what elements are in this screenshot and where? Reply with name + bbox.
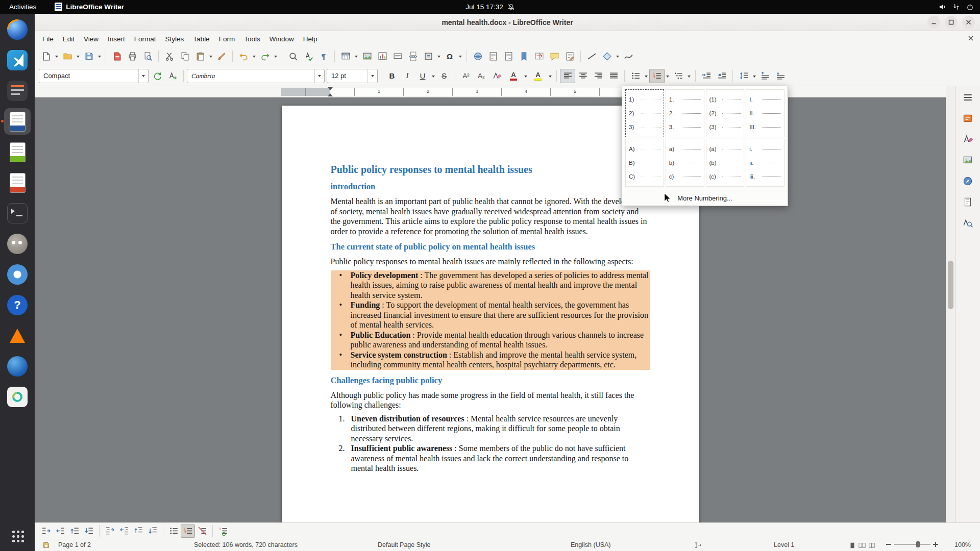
outline-list-button[interactable] (671, 69, 686, 83)
save-button[interactable] (81, 49, 96, 63)
menu-edit[interactable]: Edit (58, 33, 79, 45)
dock-show-applications[interactable] (4, 522, 31, 549)
insert-line-button[interactable] (584, 49, 599, 63)
activities-button[interactable]: Activities (0, 0, 45, 14)
insert-chart-button[interactable] (375, 49, 390, 63)
zoom-slider-thumb[interactable] (916, 541, 920, 547)
clone-formatting-button[interactable] (214, 49, 229, 63)
sidebar-styles-icon[interactable] (960, 132, 975, 147)
numbering-option-alpha-lower-paren[interactable]: a) b) c) (666, 139, 704, 187)
move-down-button[interactable] (82, 524, 96, 538)
numbering-option-arabic-paren[interactable]: 1) 2) 3) (625, 89, 664, 137)
ordered-list-dropdown[interactable] (665, 69, 671, 83)
menu-format[interactable]: Format (130, 33, 161, 45)
strikethrough-button[interactable]: S (436, 69, 452, 83)
print-button[interactable] (125, 49, 140, 63)
italic-button[interactable]: I (400, 69, 415, 83)
superscript-button[interactable]: A² (458, 69, 474, 83)
align-center-button[interactable] (575, 69, 591, 83)
unordered-list-toggle[interactable] (166, 524, 181, 538)
menu-insert[interactable]: Insert (103, 33, 130, 45)
insert-comment-button[interactable] (547, 49, 562, 63)
menu-tools[interactable]: Tools (239, 33, 265, 45)
formatting-marks-button[interactable]: ¶ (316, 49, 331, 63)
numbering-option-roman-lower[interactable]: i. ii. iii. (746, 139, 785, 187)
promote-with-subpoints-button[interactable] (117, 524, 131, 538)
increase-indent-button[interactable] (699, 69, 714, 83)
print-preview-button[interactable] (140, 49, 155, 63)
document-title[interactable]: Public policy responses to mental health… (331, 163, 650, 176)
dock-vlc-icon[interactable] (4, 322, 31, 349)
numbered-list[interactable]: 1. Uneven distribution of resources : Me… (331, 414, 650, 473)
new-style-button[interactable] (165, 69, 180, 83)
dock-terminal-icon[interactable] (4, 200, 31, 227)
insert-textbox-button[interactable] (390, 49, 405, 63)
copy-button[interactable] (177, 49, 192, 63)
list-item[interactable]: 2. Insufficient public awareness : Some … (331, 443, 650, 473)
insert-field-dropdown[interactable] (436, 49, 442, 63)
dock-app-center-icon[interactable] (4, 384, 31, 410)
font-color-dropdown[interactable] (523, 69, 529, 83)
list-item[interactable]: Service system construction : Establish … (331, 350, 650, 370)
font-color-button[interactable]: A (504, 69, 523, 83)
insert-footnote-button[interactable] (485, 49, 501, 63)
line-spacing-dropdown[interactable] (751, 69, 757, 83)
special-character-dropdown[interactable] (457, 49, 463, 63)
find-replace-button[interactable] (285, 49, 301, 63)
update-style-button[interactable] (150, 69, 165, 83)
open-dropdown[interactable] (75, 49, 81, 63)
special-character-button[interactable]: Ω (442, 49, 457, 63)
insert-hyperlink-button[interactable] (470, 49, 485, 63)
paste-dropdown[interactable] (208, 49, 214, 63)
basic-shapes-button[interactable] (599, 49, 615, 63)
insert-endnote-button[interactable] (501, 49, 516, 63)
line-spacing-button[interactable] (736, 69, 751, 83)
dock-text-editor-icon[interactable] (4, 78, 31, 104)
redo-dropdown[interactable] (273, 49, 279, 63)
dock-libreoffice-impress-icon[interactable] (4, 169, 31, 196)
paragraph-style-dropdown[interactable] (138, 69, 148, 83)
paragraph-style-combo[interactable]: Compact (39, 69, 149, 83)
highlight-color-button[interactable]: A (529, 69, 547, 83)
word-count-label[interactable]: Selected: 106 words, 720 characters (194, 541, 298, 548)
maximize-button[interactable] (945, 16, 958, 29)
insert-bookmark-button[interactable] (516, 49, 531, 63)
document-canvas[interactable]: Public policy responses to mental health… (35, 97, 946, 522)
insert-table-dropdown[interactable] (353, 49, 359, 63)
move-up-with-subpoints-button[interactable] (131, 524, 145, 538)
zoom-percent-label[interactable]: 100% (954, 541, 971, 548)
numbering-option-alpha-upper-paren[interactable]: A) B) C) (625, 139, 664, 187)
export-pdf-button[interactable] (109, 49, 125, 63)
decrease-paragraph-spacing-button[interactable] (773, 69, 788, 83)
dock-chromium-icon[interactable] (4, 261, 31, 288)
dock-libreoffice-writer-icon[interactable] (4, 108, 31, 135)
selected-bullet-list[interactable]: Policy development : The government has … (331, 270, 650, 370)
focused-app-indicator[interactable]: LibreOffice Writer (55, 3, 124, 11)
subscript-button[interactable]: A₂ (474, 69, 489, 83)
list-item[interactable]: Funding : To support the development of … (331, 300, 650, 330)
no-list-button[interactable] (195, 524, 209, 538)
outline-list-dropdown[interactable] (686, 69, 692, 83)
underline-dropdown[interactable] (430, 69, 436, 83)
dock-gimp-icon[interactable] (4, 231, 31, 257)
paragraph-challenges[interactable]: Although public policy has made some pro… (331, 390, 650, 410)
underline-button[interactable]: U (415, 69, 430, 83)
close-document-icon[interactable] (968, 35, 974, 43)
dock-vscode-icon[interactable] (4, 47, 31, 73)
page-count-label[interactable]: Page 1 of 2 (58, 541, 91, 548)
track-changes-button[interactable] (562, 49, 577, 63)
freeform-line-button[interactable] (621, 49, 636, 63)
numbering-option-alpha-lower-parens[interactable]: (a) (b) (c) (706, 139, 745, 187)
clock-button[interactable]: Jul 15 17:32 (465, 3, 514, 11)
zoom-in-button[interactable] (933, 542, 938, 547)
undo-dropdown[interactable] (251, 49, 257, 63)
font-size-combo[interactable]: 12 pt (327, 69, 378, 83)
font-name-dropdown[interactable] (314, 69, 324, 83)
decrease-indent-button[interactable] (714, 69, 729, 83)
sidebar-properties-icon[interactable] (960, 111, 975, 126)
menu-form[interactable]: Form (214, 33, 240, 45)
insert-field-button[interactable] (421, 49, 436, 63)
save-dropdown[interactable] (96, 49, 103, 63)
insert-mode-icon[interactable] (694, 542, 701, 550)
numbering-option-arabic-dot[interactable]: 1. 2. 3. (666, 89, 704, 137)
